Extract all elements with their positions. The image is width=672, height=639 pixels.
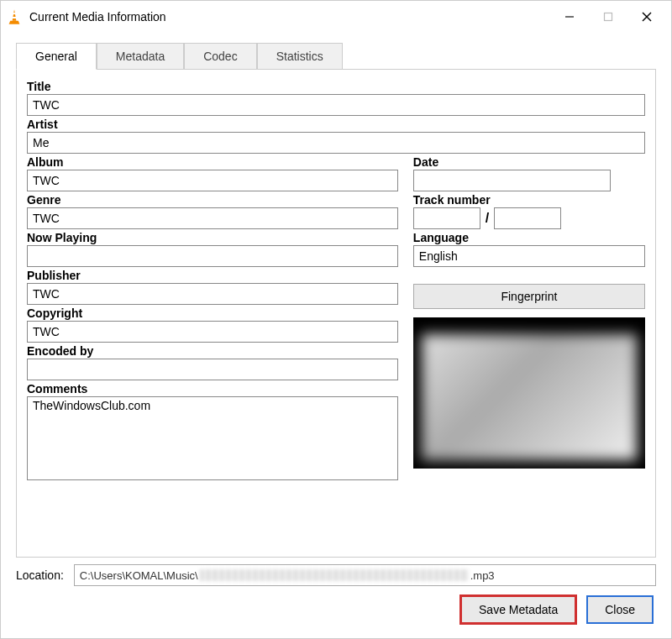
artwork-image [422, 334, 637, 460]
tab-general[interactable]: General [16, 43, 97, 70]
track-total-input[interactable] [494, 207, 561, 229]
track-number-input[interactable] [413, 207, 480, 229]
location-suffix: .mp3 [470, 569, 495, 582]
location-label: Location: [16, 568, 64, 582]
tab-codec[interactable]: Codec [184, 43, 256, 69]
vlc-cone-icon [6, 8, 23, 25]
close-window-button[interactable] [627, 3, 666, 30]
artist-label: Artist [27, 116, 645, 132]
artist-input[interactable] [27, 132, 645, 154]
comments-label: Comments [27, 380, 398, 396]
location-prefix: C:\Users\KOMAL\Music\ [80, 569, 198, 582]
location-input[interactable]: C:\Users\KOMAL\Music\ .mp3 [74, 564, 656, 586]
window-controls [550, 1, 666, 33]
genre-label: Genre [27, 191, 398, 207]
album-artwork [413, 317, 645, 469]
encoded-by-label: Encoded by [27, 343, 398, 359]
comments-input[interactable] [27, 396, 398, 480]
tab-metadata[interactable]: Metadata [97, 43, 184, 69]
window-title: Current Media Information [29, 10, 550, 24]
publisher-label: Publisher [27, 267, 398, 283]
now-playing-label: Now Playing [27, 229, 398, 245]
track-number-label: Track number [413, 191, 645, 207]
footer-buttons: Save Metadata Close [16, 591, 656, 631]
maximize-button[interactable] [589, 3, 627, 30]
tab-bar: General Metadata Codec Statistics [16, 43, 656, 70]
titlebar: Current Media Information [1, 1, 671, 33]
location-redacted [200, 569, 469, 581]
svg-rect-0 [13, 13, 16, 14]
save-metadata-button[interactable]: Save Metadata [461, 596, 575, 623]
copyright-label: Copyright [27, 305, 398, 321]
title-label: Title [27, 78, 645, 94]
track-separator: / [486, 211, 489, 226]
location-row: Location: C:\Users\KOMAL\Music\ .mp3 [16, 558, 656, 591]
title-input[interactable] [27, 94, 645, 116]
language-label: Language [413, 229, 645, 245]
now-playing-input[interactable] [27, 245, 398, 267]
svg-rect-1 [12, 17, 16, 18]
publisher-input[interactable] [27, 283, 398, 305]
date-input[interactable] [413, 170, 611, 191]
album-input[interactable] [27, 170, 398, 191]
media-info-window: Current Media Information General Metada… [0, 0, 672, 639]
content-area: General Metadata Codec Statistics Title … [1, 33, 671, 638]
minimize-button[interactable] [550, 3, 589, 30]
fingerprint-button[interactable]: Fingerprint [413, 284, 645, 309]
copyright-input[interactable] [27, 321, 398, 343]
album-label: Album [27, 154, 398, 170]
close-button[interactable]: Close [587, 596, 653, 623]
language-input[interactable] [413, 245, 645, 267]
genre-input[interactable] [27, 207, 398, 229]
tab-panel-general: Title Artist Album Genre [16, 70, 656, 558]
tab-statistics[interactable]: Statistics [257, 43, 343, 69]
encoded-by-input[interactable] [27, 359, 398, 380]
date-label: Date [413, 154, 645, 170]
svg-rect-3 [605, 13, 612, 21]
